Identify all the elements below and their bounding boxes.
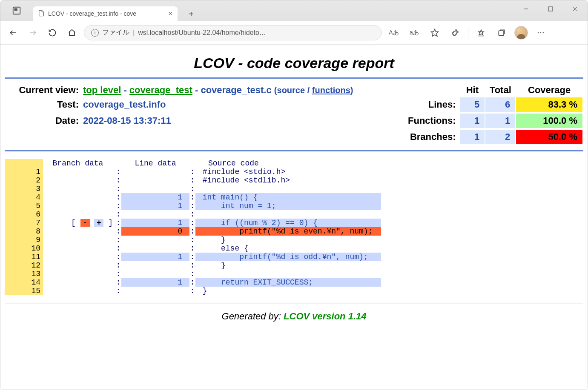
hit-count: 0 — [121, 227, 189, 236]
current-view-label: Current view: — [6, 85, 82, 96]
sep: : — [115, 193, 121, 202]
hit-count: 1 — [121, 278, 189, 287]
source-line: if ((num % 2) == 0) { — [195, 219, 381, 227]
browser-window: LCOV - coverage_test.info - cove × + i フ… — [0, 0, 588, 390]
sep: : — [115, 168, 121, 176]
sep: : — [189, 236, 195, 244]
coverage-header: Coverage — [516, 85, 582, 96]
translate-icon[interactable]: aあ — [407, 25, 422, 40]
address-bar[interactable]: i ファイル | wsl.localhost/Ubuntu-22.04/home… — [84, 25, 382, 40]
line-data-column: Line data 1 1 1 0 1 1 — [121, 159, 189, 295]
date-label: Date: — [6, 114, 82, 128]
branch-cell — [43, 193, 113, 202]
sep: : — [115, 270, 121, 278]
svg-marker-9 — [479, 30, 484, 35]
line-number: 6 — [7, 210, 40, 219]
source-header: Source code — [195, 159, 381, 168]
branch-cell — [43, 244, 113, 253]
summary: Current view: top level - coverage_test … — [5, 80, 583, 148]
hit-count: 1 — [121, 219, 189, 227]
url-file-label: ファイル — [102, 28, 129, 37]
rule-mid — [5, 150, 583, 151]
sep: : — [189, 176, 195, 185]
minimize-button[interactable] — [513, 0, 538, 17]
line-number: 2 — [7, 176, 40, 185]
current-view-value: top level - coverage_test - coverage_tes… — [83, 85, 384, 96]
functions-coverage: 100.0 % — [516, 114, 582, 128]
lines-coverage: 83.3 % — [516, 97, 582, 112]
file-name: coverage_test.c — [201, 85, 271, 95]
test-label: Test: — [6, 97, 82, 112]
read-aloud-icon[interactable]: Aあ — [386, 25, 402, 40]
collections-icon[interactable] — [494, 25, 509, 40]
refresh-button[interactable] — [45, 25, 60, 40]
sep: : — [115, 185, 121, 193]
sep: : — [189, 287, 195, 295]
tab-actions-icon[interactable] — [9, 3, 24, 18]
svg-point-13 — [540, 32, 542, 33]
source-line: printf("%d is odd.¥n", num); — [195, 253, 381, 261]
lcov-version-link[interactable]: LCOV version 1.14 — [284, 311, 366, 322]
branch-taken-icon: + — [94, 219, 103, 227]
menu-dots-icon[interactable] — [533, 25, 548, 40]
generated-by-label: Generated by: — [222, 311, 284, 322]
test-value: coverage_test.info — [83, 97, 384, 112]
date-value: 2022-08-15 13:37:11 — [83, 114, 384, 128]
back-button[interactable] — [6, 25, 21, 40]
avatar[interactable] — [514, 26, 528, 40]
extensions-icon[interactable] — [447, 25, 463, 40]
browser-tab[interactable]: LCOV - coverage_test.info - cove × — [33, 6, 178, 21]
line-number: 3 — [7, 185, 40, 193]
sep: : — [189, 202, 195, 210]
branch-not-taken-icon: - — [80, 219, 90, 227]
sep-column-1: ::::::::::::::: — [115, 159, 121, 295]
sep: : — [189, 227, 195, 236]
summary-table: Current view: top level - coverage_test … — [5, 83, 583, 146]
dir-link[interactable]: coverage_test — [129, 85, 192, 95]
sep: : — [189, 219, 195, 227]
sep: : — [189, 278, 195, 287]
rule-bottom — [5, 304, 583, 304]
linedata-header: Line data — [121, 159, 189, 168]
svg-point-14 — [543, 32, 544, 33]
functions-label: Functions: — [402, 114, 459, 128]
url-separator: | — [133, 29, 135, 37]
rule-top — [5, 77, 583, 79]
home-button[interactable] — [64, 25, 80, 40]
sep: : — [189, 261, 195, 270]
top-level-link[interactable]: top level — [83, 85, 121, 95]
functions-link[interactable]: functions — [312, 85, 350, 95]
source-line: return EXIT_SUCCESS; — [195, 278, 381, 287]
forward-button[interactable] — [25, 25, 40, 40]
favorites-star-icon[interactable] — [427, 25, 442, 40]
info-icon[interactable]: i — [91, 29, 99, 37]
source-line: } — [195, 261, 381, 270]
line-number: 10 — [7, 244, 40, 253]
sep: : — [115, 176, 121, 185]
favorites-bar-icon[interactable] — [473, 25, 489, 40]
sep: : — [189, 168, 195, 176]
sep: : — [189, 210, 195, 219]
functions-total: 1 — [485, 114, 515, 128]
branch-cell — [43, 270, 113, 278]
source-code-column: Source code #include <stdio.h> #include … — [195, 159, 381, 295]
close-tab-icon[interactable]: × — [169, 10, 172, 17]
sep: : — [115, 278, 121, 287]
branch-cell — [43, 168, 113, 176]
maximize-button[interactable] — [538, 0, 563, 17]
source-label: source — [277, 85, 305, 95]
branch-cell — [43, 236, 113, 244]
line-number: 8 — [7, 227, 40, 236]
sep: : — [189, 270, 195, 278]
sep: : — [115, 210, 121, 219]
total-header: Total — [485, 85, 515, 96]
source-line: #include <stdlib.h> — [195, 176, 381, 185]
svg-rect-1 — [14, 9, 17, 10]
new-tab-button[interactable]: + — [184, 7, 198, 21]
footer: Generated by: LCOV version 1.14 — [5, 307, 583, 325]
branch-cell — [43, 261, 113, 270]
source-line: printf("%d is even.¥n", num); — [195, 227, 381, 236]
sep: : — [115, 219, 121, 227]
close-window-button[interactable] — [563, 0, 588, 17]
line-number: 5 — [7, 202, 40, 210]
